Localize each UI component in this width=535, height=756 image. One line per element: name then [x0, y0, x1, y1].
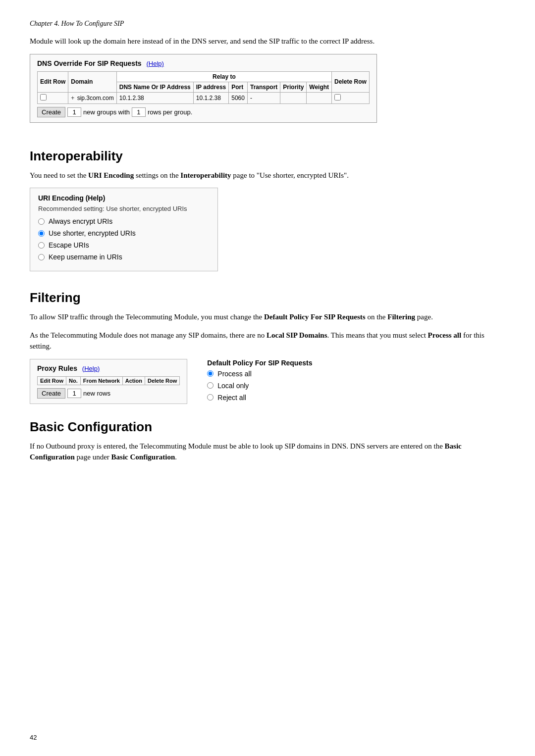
- proxy-rules-box: Proxy Rules (Help) Edit Row No. From Net…: [30, 359, 187, 404]
- delete-checkbox-cell[interactable]: [332, 92, 370, 103]
- proxy-create-button[interactable]: Create: [37, 388, 65, 399]
- ip-cell: 10.1.2.38: [193, 92, 228, 103]
- new-groups-text: new groups with: [83, 108, 130, 116]
- create-row: Create new groups with rows per group.: [37, 107, 370, 117]
- filtering-section: Proxy Rules (Help) Edit Row No. From Net…: [30, 359, 505, 405]
- policy-reject-all-label: Reject all: [217, 394, 246, 402]
- col-delete-row: Delete Row: [332, 71, 370, 92]
- domain-cell: + sip.3com.com: [68, 92, 116, 103]
- rows-per-group-text: rows per group.: [148, 108, 192, 116]
- radio-always-encrypt-label: Always encrypt URIs: [49, 217, 112, 225]
- uri-recommended-text: Recommended setting: Use shorter, encryp…: [38, 205, 210, 212]
- dns-title-text: DNS Override For SIP Requests: [37, 59, 142, 67]
- edit-checkbox-cell[interactable]: [38, 92, 68, 103]
- weight-cell: [307, 92, 332, 103]
- relay-header: Relay to: [116, 71, 331, 82]
- col-weight: Weight: [307, 82, 332, 92]
- radio-keep-username-input[interactable]: [38, 254, 45, 260]
- policy-radio-process-all: Process all: [207, 370, 312, 378]
- col-priority: Priority: [280, 82, 307, 92]
- proxy-box-title: Proxy Rules (Help): [37, 364, 180, 372]
- proxy-col-action: Action: [122, 376, 145, 385]
- col-dns-name: DNS Name Or IP Address: [116, 82, 193, 92]
- create-button[interactable]: Create: [37, 107, 65, 117]
- filtering-body1: To allow SIP traffic through the Telecom…: [30, 311, 505, 323]
- proxy-create-row: Create new rows: [37, 388, 180, 399]
- proxy-col-no: No.: [66, 376, 81, 385]
- radio-escape: Escape URIs: [38, 241, 210, 249]
- proxy-col-edit: Edit Row: [38, 376, 66, 385]
- transport-cell: -: [247, 92, 280, 103]
- proxy-create-input[interactable]: [67, 389, 81, 398]
- delete-checkbox[interactable]: [334, 94, 341, 101]
- uri-encoding-box: URI Encoding (Help) Recommended setting:…: [30, 188, 218, 271]
- radio-use-shorter-label: Use shorter, encrypted URIs: [49, 229, 136, 237]
- policy-radio-reject-all: Reject all: [207, 394, 312, 402]
- col-port: Port: [229, 82, 248, 92]
- uri-title-text: URI Encoding: [38, 194, 84, 202]
- proxy-col-delete: Delete Row: [145, 376, 180, 385]
- dns-table: Edit Row Domain Relay to Delete Row DNS …: [37, 71, 370, 104]
- default-policy-box: Default Policy For SIP Requests Process …: [207, 359, 312, 405]
- radio-use-shorter-input[interactable]: [38, 230, 45, 237]
- col-ip-address: IP address: [193, 82, 228, 92]
- radio-keep-username-label: Keep username in URIs: [49, 253, 122, 261]
- basic-config-heading: Basic Configuration: [30, 419, 505, 435]
- proxy-table: Edit Row No. From Network Action Delete …: [37, 376, 180, 385]
- radio-always-encrypt: Always encrypt URIs: [38, 217, 210, 225]
- plus-icon: +: [71, 95, 74, 101]
- policy-radio-local-only-input[interactable]: [207, 382, 214, 389]
- priority-cell: [280, 92, 307, 103]
- table-row: + sip.3com.com 10.1.2.38 10.1.2.38 5060 …: [38, 92, 370, 103]
- chapter-title: Chapter 4. How To Configure SIP: [30, 20, 505, 28]
- radio-always-encrypt-input[interactable]: [38, 218, 45, 225]
- radio-use-shorter: Use shorter, encrypted URIs: [38, 229, 210, 237]
- interoperability-heading: Interoperability: [30, 149, 505, 164]
- policy-radio-process-all-input[interactable]: [207, 370, 214, 377]
- groups-input[interactable]: [67, 107, 81, 117]
- radio-escape-label: Escape URIs: [49, 241, 89, 249]
- col-domain: Domain: [68, 71, 116, 92]
- policy-radio-reject-all-input[interactable]: [207, 394, 214, 401]
- dns-override-box: DNS Override For SIP Requests (Help) Edi…: [30, 54, 377, 123]
- dns-help-link[interactable]: (Help): [146, 60, 163, 67]
- col-edit-row: Edit Row: [38, 71, 68, 92]
- domain-value: sip.3com.com: [77, 95, 114, 101]
- policy-local-only-label: Local only: [217, 382, 249, 390]
- port-cell: 5060: [229, 92, 248, 103]
- proxy-new-rows-text: new rows: [83, 390, 110, 397]
- proxy-col-from: From Network: [80, 376, 122, 385]
- uri-box-title: URI Encoding (Help): [38, 194, 210, 202]
- filtering-body2: As the Telecommuting Module does not man…: [30, 330, 505, 352]
- policy-process-all-label: Process all: [217, 370, 251, 378]
- interoperability-body: You need to set the URI Encoding setting…: [30, 170, 505, 181]
- proxy-help-link[interactable]: (Help): [82, 365, 100, 372]
- basic-config-body: If no Outbound proxy is entered, the Tel…: [30, 441, 505, 463]
- dns-cell: 10.1.2.38: [116, 92, 193, 103]
- proxy-title-text: Proxy Rules: [37, 364, 77, 372]
- default-policy-title: Default Policy For SIP Requests: [207, 359, 312, 367]
- rows-input[interactable]: [132, 107, 146, 117]
- uri-help-link[interactable]: (Help): [86, 194, 106, 202]
- dns-box-title: DNS Override For SIP Requests (Help): [37, 59, 370, 67]
- col-transport: Transport: [247, 82, 280, 92]
- policy-radio-local-only: Local only: [207, 382, 312, 390]
- intro-paragraph: Module will look up the domain here inst…: [30, 36, 505, 47]
- edit-checkbox[interactable]: [40, 94, 47, 101]
- filtering-heading: Filtering: [30, 290, 505, 305]
- radio-keep-username: Keep username in URIs: [38, 253, 210, 261]
- radio-escape-input[interactable]: [38, 242, 45, 249]
